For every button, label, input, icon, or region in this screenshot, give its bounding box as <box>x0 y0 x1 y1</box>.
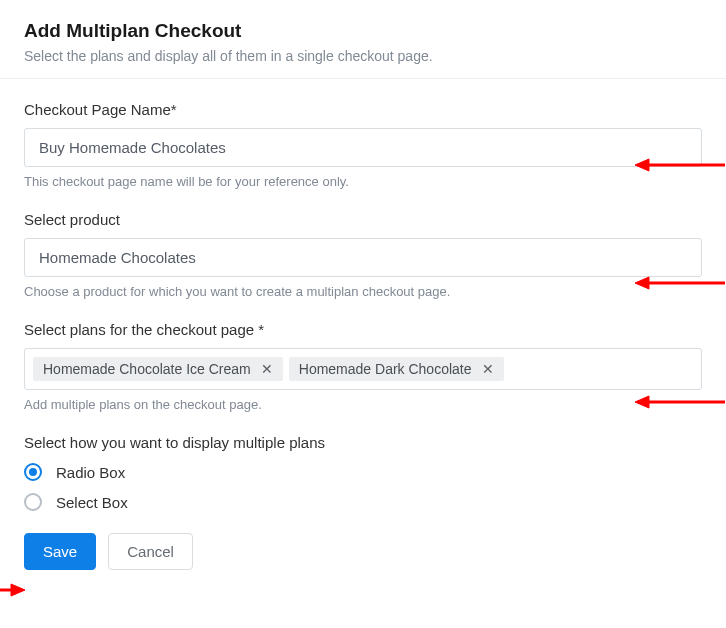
field-product: Select product Homemade Chocolates Choos… <box>24 211 702 299</box>
annotation-arrow-icon <box>0 582 25 602</box>
field-display: Select how you want to display multiple … <box>24 434 702 511</box>
form-header: Add Multiplan Checkout Select the plans … <box>0 0 726 79</box>
display-label: Select how you want to display multiple … <box>24 434 702 451</box>
svg-marker-7 <box>11 584 25 596</box>
field-plans: Select plans for the checkout page * Hom… <box>24 321 702 412</box>
radio-option-selectbox[interactable]: Select Box <box>24 493 702 511</box>
plan-chip-label: Homemade Chocolate Ice Cream <box>43 361 251 377</box>
button-row: Save Cancel <box>24 533 702 570</box>
plans-label: Select plans for the checkout page * <box>24 321 702 338</box>
save-button[interactable]: Save <box>24 533 96 570</box>
plans-help: Add multiple plans on the checkout page. <box>24 397 702 412</box>
radio-option-radiobox[interactable]: Radio Box <box>24 463 702 481</box>
plan-chip-label: Homemade Dark Chocolate <box>299 361 472 377</box>
radio-circle-icon <box>24 493 42 511</box>
form-body: Checkout Page Name* This checkout page n… <box>0 79 726 570</box>
page-subtitle: Select the plans and display all of them… <box>24 48 702 64</box>
plan-chip: Homemade Dark Chocolate ✕ <box>289 357 504 381</box>
radio-label: Radio Box <box>56 464 125 481</box>
page-name-label: Checkout Page Name* <box>24 101 702 118</box>
product-label: Select product <box>24 211 702 228</box>
plans-chip-input[interactable]: Homemade Chocolate Ice Cream ✕ Homemade … <box>24 348 702 390</box>
remove-chip-icon[interactable]: ✕ <box>480 362 496 376</box>
page-title: Add Multiplan Checkout <box>24 20 702 42</box>
radio-label: Select Box <box>56 494 128 511</box>
page-name-help: This checkout page name will be for your… <box>24 174 702 189</box>
page-name-input[interactable] <box>24 128 702 167</box>
display-radio-group: Radio Box Select Box <box>24 463 702 511</box>
plan-chip: Homemade Chocolate Ice Cream ✕ <box>33 357 283 381</box>
cancel-button[interactable]: Cancel <box>108 533 193 570</box>
radio-dot-icon <box>29 468 37 476</box>
field-page-name: Checkout Page Name* This checkout page n… <box>24 101 702 189</box>
product-select[interactable]: Homemade Chocolates <box>24 238 702 277</box>
radio-circle-icon <box>24 463 42 481</box>
remove-chip-icon[interactable]: ✕ <box>259 362 275 376</box>
product-help: Choose a product for which you want to c… <box>24 284 702 299</box>
